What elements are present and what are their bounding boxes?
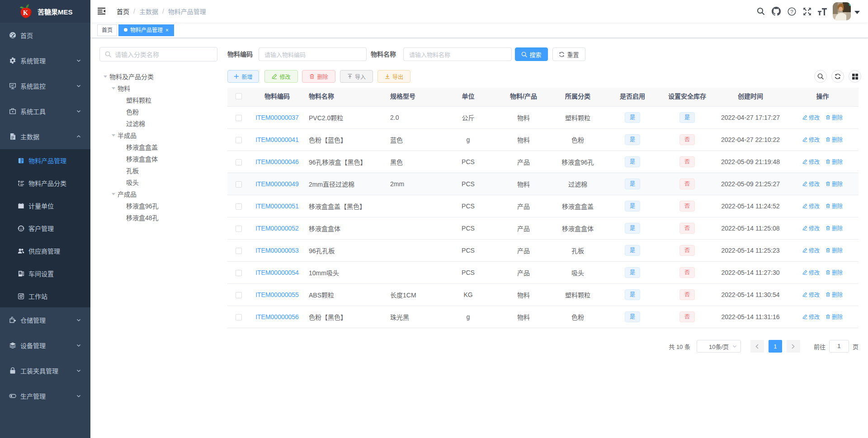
svg-text:?: ? bbox=[790, 9, 793, 14]
svg-text:K: K bbox=[23, 9, 28, 16]
